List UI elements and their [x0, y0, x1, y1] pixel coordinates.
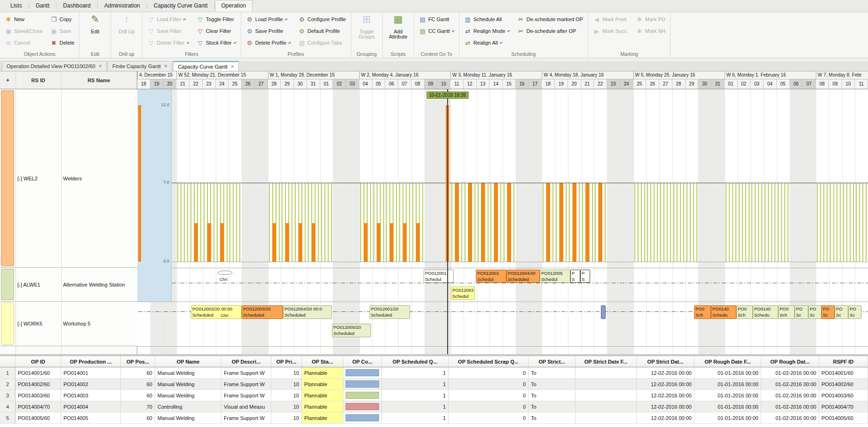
timeline-day-cell[interactable]: 10 — [842, 79, 855, 89]
clear-filter-button[interactable]: ▽Clear Filter — [195, 26, 238, 36]
cell-op_strict[interactable]: To — [529, 401, 576, 412]
doc-tab-capacity-curve-gantt[interactable]: Capacity Curve Gantt✕ — [173, 61, 239, 71]
timeline-day-cell[interactable]: 26 — [242, 79, 255, 89]
timeline-day-cell[interactable]: 03 — [346, 79, 359, 89]
timeline-day-cell[interactable]: 06 — [790, 79, 803, 89]
timeline-day-cell[interactable]: 13 — [477, 79, 490, 89]
op-bar[interactable]: POSc — [821, 305, 835, 319]
timeline-day-cell[interactable]: 05 — [777, 79, 790, 89]
rs-name-column-header[interactable]: RS Name — [61, 71, 137, 89]
timeline-day-cell[interactable]: 22 — [594, 79, 607, 89]
timeline-day-cell[interactable]: 16 — [516, 79, 529, 89]
column-header-op_pri[interactable]: OP Pri... — [271, 356, 302, 367]
op-bar[interactable]: PO012001Schedul — [424, 270, 454, 283]
timeline-day-cell[interactable]: 31 — [711, 79, 725, 89]
column-header-op_co[interactable]: OP Co... — [343, 356, 382, 367]
timeline-day-cell[interactable]: 29 — [281, 79, 294, 89]
column-header-op_scrap_q[interactable]: OP Scheduled Scrap Q... — [449, 356, 529, 367]
cell-op_sched_q[interactable]: 1 — [382, 401, 449, 412]
cell-rspf_id[interactable]: PO014001/60 — [819, 367, 868, 378]
timeline-day-cell[interactable]: 18 — [137, 79, 150, 89]
cell-op_id[interactable]: PO014003/60 — [16, 390, 61, 401]
cell-op_co[interactable] — [343, 412, 382, 423]
cell-op_strict_dat[interactable]: 12-02-2016 00:00 — [637, 412, 694, 423]
op-bar[interactable]: PO012003/20Scheduled — [242, 305, 283, 319]
timeline-day-cell[interactable]: 27 — [255, 79, 268, 89]
cell-rspf_id[interactable]: PO014004/70 — [819, 401, 868, 412]
timeline-day-cell[interactable]: 02 — [333, 79, 346, 89]
column-header-op_rough_dat[interactable]: OP Rough Dat... — [761, 356, 819, 367]
column-header-num[interactable] — [0, 356, 16, 367]
cell-op_id[interactable]: PO014004/70 — [16, 401, 61, 412]
cell-op_sta[interactable]: Plannable — [302, 367, 343, 378]
close-tab-icon[interactable]: ✕ — [164, 64, 168, 69]
realign-mode-button[interactable]: ⇄Realign Mode▴▾ — [462, 26, 512, 36]
column-header-op_sched_q[interactable]: OP Scheduled Q... — [382, 356, 449, 367]
column-header-op_strict_dat[interactable]: OP Strict Dat... — [637, 356, 694, 367]
op-bar[interactable]: POSc — [835, 305, 848, 319]
timeline-day-cell[interactable]: 07 — [803, 79, 816, 89]
cell-op_pos[interactable]: 60 — [121, 390, 155, 401]
column-header-op_strict_date_f[interactable]: OP Strict Date F... — [576, 356, 637, 367]
resource-row-alwe1[interactable]: [-] ALWE1Alternative Welding Station — [0, 268, 137, 302]
cell-op_rough_dat[interactable]: 01-02-2016 00:00 — [761, 401, 819, 412]
de-schedule-after-op-button[interactable]: ✂De-schedule after OP — [515, 26, 585, 36]
edit-button[interactable]: ✎Edit — [82, 14, 108, 50]
op-bar[interactable]: PO012004/40Scheduled — [506, 270, 540, 283]
doc-tab-finite-capacity-gantt[interactable]: Finite Capacity Gantt✕ — [108, 61, 172, 71]
timeline-day-cell[interactable]: 10 — [437, 79, 450, 89]
timeline-day-cell[interactable]: 07 — [398, 79, 411, 89]
cell-rspf_id[interactable]: PO014005/60 — [819, 412, 868, 423]
timeline-day-cell[interactable]: 25 — [229, 79, 242, 89]
column-header-op_id[interactable]: OP ID — [16, 356, 61, 367]
cell-op_pos[interactable]: 60 — [121, 412, 155, 423]
menu-tab-administration[interactable]: Administration — [98, 0, 147, 12]
op-bar[interactable]: POSc — [808, 305, 821, 319]
op-bar[interactable]: PO012004/20 00:0Scheduled — [283, 305, 332, 319]
timeline-day-cell[interactable]: 02 — [738, 79, 751, 89]
close-tab-icon[interactable]: ✕ — [99, 64, 103, 69]
cell-op_pos[interactable]: 70 — [121, 401, 155, 412]
menu-tab-operation[interactable]: Operation — [215, 0, 253, 12]
cell-op_rough_dat[interactable]: 01-02-2016 00:00 — [761, 379, 819, 389]
cell-op_rough_dat[interactable]: 01-02-2016 00:00 — [761, 390, 819, 401]
cell-op_name[interactable]: Manual Welding — [155, 367, 221, 378]
timeline-day-cell[interactable]: 09 — [425, 79, 438, 89]
cell-op_production[interactable]: PO014005 — [61, 412, 121, 423]
cell-op_co[interactable] — [343, 379, 382, 389]
timeline-day-cell[interactable]: 11 — [450, 79, 464, 89]
resource-row-work5[interactable]: [-] WORK5Workshop 5 — [0, 302, 137, 346]
rs-id-column-header[interactable]: RS ID — [16, 71, 61, 89]
menu-tab-dashboard[interactable]: Dashboard — [56, 0, 97, 12]
expand-all-button[interactable]: + — [0, 71, 16, 89]
de-schedule-marked-op-button[interactable]: ✂De-schedule marked OP — [515, 14, 585, 24]
timeline-day-cell[interactable]: 19 — [150, 79, 164, 89]
cell-op_descr[interactable]: Frame Support W — [221, 367, 271, 378]
cell-op_strict[interactable]: To — [529, 379, 576, 389]
timeline-day-cell[interactable]: 09 — [829, 79, 842, 89]
column-header-op_name[interactable]: OP Name — [155, 356, 221, 367]
cc-gantt-button[interactable]: ▤CC Gantt▴▾ — [417, 26, 456, 36]
cell-op_id[interactable]: PO014001/60 — [16, 367, 61, 378]
op-bar[interactable]: PS — [580, 270, 590, 283]
cell-op_descr[interactable]: Frame Support W — [221, 379, 271, 389]
load-profile-button[interactable]: ⚙Load Profile▴▾ — [244, 14, 292, 24]
realign-all-button[interactable]: ⇄Realign All▴▾ — [462, 38, 512, 48]
cell-op_name[interactable]: Manual Welding — [155, 412, 221, 423]
cell-op_rough_date_f[interactable]: 01-01-2016 00:00 — [694, 412, 761, 423]
timeline-day-cell[interactable]: 08 — [816, 79, 829, 89]
cell-op_rough_date_f[interactable]: 01-01-2016 00:00 — [694, 367, 761, 378]
cell-op_pri[interactable]: 10 — [271, 379, 302, 389]
table-row[interactable]: 1PO014001/60PO01400160Manual WeldingFram… — [0, 367, 868, 379]
op-bar[interactable]: PO012003Schedul — [476, 270, 506, 283]
timeline-day-cell[interactable]: 19 — [555, 79, 568, 89]
cell-op_strict_date_f[interactable] — [576, 412, 637, 423]
op-bar[interactable]: PO012001/20Scheduled — [370, 305, 410, 319]
cell-op_strict[interactable]: To — [529, 390, 576, 401]
cell-op_strict_dat[interactable]: 12-02-2016 00:00 — [637, 367, 694, 378]
cell-rspf_id[interactable]: PO014003/60 — [819, 390, 868, 401]
timeline-day-cell[interactable]: 26 — [646, 79, 659, 89]
cell-op_co[interactable] — [343, 401, 382, 412]
menu-tab-capacity-curve-gantt[interactable]: Capacity Curve Gantt — [147, 0, 214, 12]
column-header-rspf_id[interactable]: RSPF ID — [819, 356, 868, 367]
